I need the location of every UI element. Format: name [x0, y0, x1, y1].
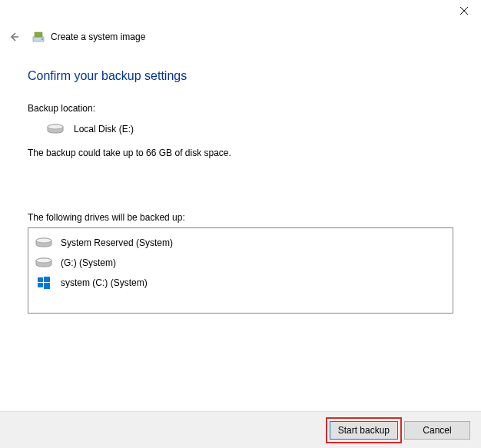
- svg-point-7: [48, 124, 63, 129]
- content-area: Confirm your backup settings Backup loca…: [0, 45, 481, 314]
- title-bar: [0, 0, 481, 23]
- drives-label: The following drives will be backed up:: [28, 212, 453, 223]
- drives-listbox: System Reserved (System) (G:) (System): [28, 227, 453, 314]
- page-heading: Confirm your backup settings: [28, 69, 453, 83]
- size-info: The backup could take up to 66 GB of dis…: [28, 148, 453, 158]
- back-button[interactable]: [6, 29, 22, 45]
- footer: Start backup Cancel: [0, 411, 481, 448]
- backup-location-row: Local Disk (E:): [28, 123, 453, 135]
- svg-rect-14: [38, 283, 43, 287]
- drive-name: system (C:) (System): [61, 277, 148, 288]
- hdd-icon: [35, 257, 53, 269]
- svg-rect-15: [44, 283, 50, 289]
- close-button[interactable]: [446, 0, 481, 22]
- app-icon: [32, 31, 45, 43]
- drive-row: (G:) (System): [28, 253, 453, 273]
- drive-row: System Reserved (System): [28, 233, 453, 253]
- backup-location-name: Local Disk (E:): [74, 124, 134, 134]
- drive-row: system (C:) (System): [28, 273, 453, 293]
- hdd-icon: [46, 123, 65, 135]
- cancel-button[interactable]: Cancel: [404, 421, 470, 440]
- svg-rect-12: [38, 277, 43, 282]
- svg-rect-4: [35, 32, 42, 37]
- windows-icon: [38, 277, 50, 289]
- start-backup-button[interactable]: Start backup: [330, 421, 398, 440]
- svg-point-11: [36, 258, 51, 263]
- header-row: Create a system image: [0, 23, 481, 45]
- close-icon: [460, 7, 468, 15]
- drive-name: (G:) (System): [61, 257, 116, 268]
- drive-name: System Reserved (System): [61, 237, 173, 248]
- window-title: Create a system image: [51, 32, 145, 42]
- svg-point-5: [41, 38, 43, 40]
- back-arrow-icon: [8, 31, 20, 43]
- hdd-icon: [35, 237, 53, 249]
- backup-location-label: Backup location:: [28, 103, 453, 114]
- svg-point-9: [36, 238, 51, 243]
- svg-rect-13: [44, 277, 50, 282]
